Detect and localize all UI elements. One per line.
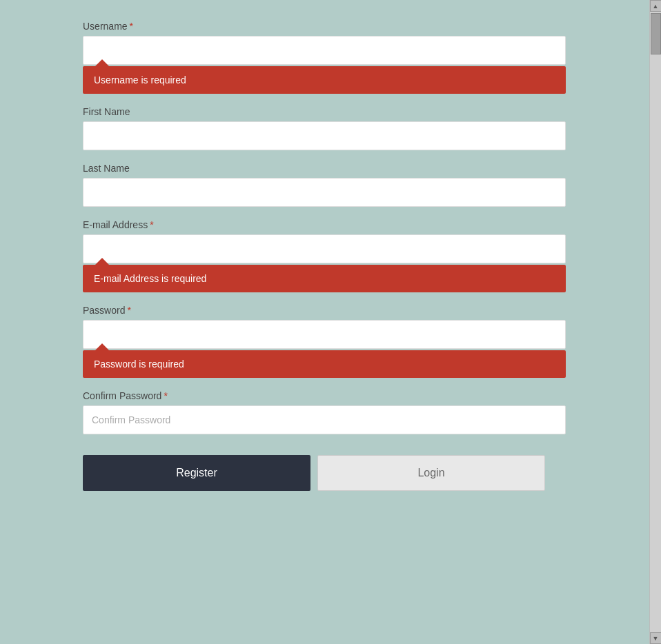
username-input[interactable] — [83, 36, 566, 65]
confirm-password-required-star: * — [164, 390, 167, 401]
scrollbar[interactable]: ▲ ▼ — [649, 0, 661, 644]
lastname-input[interactable] — [83, 178, 566, 207]
register-button[interactable]: Register — [83, 455, 310, 491]
email-input[interactable] — [83, 234, 566, 263]
confirm-password-label: Confirm Password* — [83, 390, 566, 401]
form-buttons: Register Login — [83, 455, 566, 491]
email-error-text: E-mail Address is required — [94, 273, 206, 284]
username-error-banner: Username is required — [83, 66, 566, 94]
email-label: E-mail Address* — [83, 219, 566, 230]
password-input[interactable] — [83, 320, 566, 349]
username-error-text: Username is required — [94, 74, 186, 85]
username-label-text: Username — [83, 21, 128, 32]
lastname-label-text: Last Name — [83, 163, 130, 174]
confirm-password-input[interactable] — [83, 405, 566, 434]
firstname-label-text: First Name — [83, 106, 130, 117]
password-field-group: Password* Password is required — [83, 305, 566, 378]
firstname-label: First Name — [83, 106, 566, 117]
scroll-up-arrow[interactable]: ▲ — [650, 0, 662, 12]
confirm-password-label-text: Confirm Password — [83, 390, 161, 401]
password-label: Password* — [83, 305, 566, 316]
firstname-input[interactable] — [83, 121, 566, 150]
password-label-text: Password — [83, 305, 125, 316]
email-label-text: E-mail Address — [83, 219, 148, 230]
username-field-group: Username* Username is required — [83, 21, 566, 94]
scroll-down-arrow[interactable]: ▼ — [650, 632, 662, 644]
scroll-thumb[interactable] — [651, 13, 661, 54]
lastname-field-group: Last Name — [83, 163, 566, 207]
lastname-label: Last Name — [83, 163, 566, 174]
email-error-banner: E-mail Address is required — [83, 265, 566, 292]
email-required-star: * — [150, 219, 153, 230]
registration-form: Username* Username is required First Nam… — [0, 0, 649, 519]
confirm-password-field-group: Confirm Password* — [83, 390, 566, 434]
password-required-star: * — [127, 305, 130, 316]
email-field-group: E-mail Address* E-mail Address is requir… — [83, 219, 566, 292]
firstname-field-group: First Name — [83, 106, 566, 150]
username-label: Username* — [83, 21, 566, 32]
password-error-text: Password is required — [94, 359, 184, 370]
password-error-banner: Password is required — [83, 350, 566, 378]
login-button[interactable]: Login — [317, 455, 545, 491]
username-required-star: * — [130, 21, 133, 32]
